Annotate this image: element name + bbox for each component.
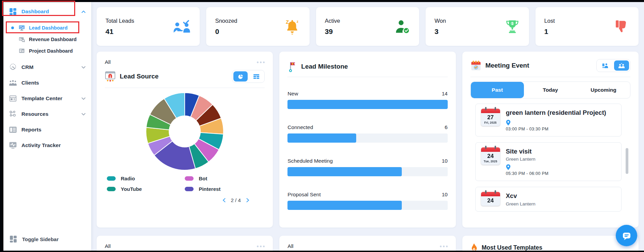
sidebar-item-project-dashboard[interactable]: Project Dashboard	[3, 45, 91, 57]
pager-prev-icon[interactable]	[222, 198, 226, 202]
legend-item-youtube[interactable]: YouTube	[107, 186, 185, 192]
milestone-label: Proposal Sent	[287, 192, 320, 198]
milestone-bars: New14Connected6Scheduled Meeting10Propos…	[287, 91, 447, 210]
milestone-value: 10	[442, 158, 447, 164]
most-used-templates-card: Most Used Templates	[462, 236, 639, 251]
reports-doc-icon	[9, 126, 17, 133]
pager-next-icon[interactable]	[246, 198, 249, 202]
event-title: Xcv	[506, 192, 616, 200]
toggle-sidebar-label: Toggle Sidebar	[22, 236, 59, 242]
event-item[interactable]: 24XcvGreen Lantern	[475, 187, 622, 212]
divider	[287, 77, 447, 77]
meeting-people-view-button[interactable]	[614, 60, 629, 71]
legend-label: YouTube	[121, 186, 142, 192]
legend-item-bot[interactable]: Bot	[185, 176, 263, 181]
location-pin-icon	[506, 120, 511, 126]
sidebar-item-label: Lead Dashboard	[29, 25, 68, 31]
toggle-sidebar-button[interactable]: Toggle Sidebar	[3, 232, 91, 246]
bottom-card-1-filter[interactable]: All	[105, 243, 111, 249]
stat-card-total-leads: Total Leads41	[97, 7, 200, 46]
sidebar-item-clients[interactable]: Clients	[3, 75, 91, 91]
milestone-bar-fill	[287, 133, 356, 143]
event-subtitle: Green Lantern	[506, 201, 616, 206]
sidebar-item-activity-tracker[interactable]: Activity Tracker	[3, 138, 91, 153]
most-used-templates-title: Most Used Templates	[482, 244, 543, 251]
legend-label: Pinterest	[199, 186, 220, 192]
lead-source-title: Lead Source	[120, 73, 159, 80]
template-window-icon	[9, 95, 17, 102]
lead-source-icon	[105, 71, 116, 82]
sidebar-item-label: Activity Tracker	[21, 142, 61, 148]
legend-swatch	[107, 176, 116, 181]
sidebar-item-resources[interactable]: Resources	[3, 106, 91, 122]
sidebar-item-label: CRM	[21, 64, 33, 70]
bottom-card-2-filter[interactable]: All	[287, 243, 293, 249]
event-date-sub: Fri, 2025	[482, 121, 499, 124]
event-day: 24	[482, 197, 499, 204]
pager-text: 2 / 4	[231, 197, 241, 203]
sidebar-item-reports[interactable]: Reports	[3, 122, 91, 138]
flame-icon	[470, 243, 478, 251]
milestone-bar-track	[287, 201, 447, 210]
calendar-date-icon: 24Tue, 2025	[481, 147, 500, 165]
stat-label: Total Leads	[105, 18, 134, 24]
legend-item-radio[interactable]: Radio	[107, 176, 185, 181]
calendar-date-icon: 24	[481, 192, 500, 206]
event-time: 03:00 PM - 03:30 PM	[506, 127, 616, 131]
bottom-card-2-menu-button[interactable]	[440, 244, 448, 249]
lead-milestone-card: Lead Milestone New14Connected6Scheduled …	[279, 52, 456, 228]
svg-text:Z: Z	[286, 19, 289, 25]
sidebar-item-dashboard[interactable]: Dashboard	[3, 4, 91, 19]
stats-row: Total Leads41Snoozed0ZzActive39Won31Lost…	[97, 7, 639, 46]
event-day: 24	[482, 152, 499, 160]
event-details: green lantern (residential Project)03:00…	[506, 109, 616, 131]
bottom-card-1-menu-button[interactable]	[257, 244, 265, 249]
milestone-row-scheduled-meeting: Scheduled Meeting10	[287, 158, 447, 176]
event-item[interactable]: 24Tue, 2025Site visitGreen Lantern05:30 …	[475, 142, 622, 181]
person-board-view-button[interactable]	[598, 60, 613, 71]
milestone-value: 14	[442, 91, 447, 97]
milestone-flag-icon	[287, 61, 297, 72]
lead-source-filter[interactable]: All	[105, 59, 111, 65]
lead-source-menu-button[interactable]	[257, 60, 265, 65]
legend-swatch	[185, 187, 194, 191]
sidebar-item-label: Resources	[21, 111, 48, 117]
donut-svg	[145, 91, 225, 172]
sidebar-item-revenue-dashboard[interactable]: Revenue Dashboard	[3, 34, 91, 45]
milestone-label: Scheduled Meeting	[287, 158, 333, 164]
stat-label: Snoozed	[215, 18, 237, 24]
tab-upcoming[interactable]: Upcoming	[577, 82, 630, 98]
milestone-bar-track	[287, 133, 447, 143]
stat-label: Active	[325, 18, 340, 24]
chevron-down-icon	[81, 97, 86, 100]
stat-card-snoozed: Snoozed0Zz	[206, 7, 309, 46]
location-pin-icon	[506, 164, 511, 170]
sidebar-item-crm[interactable]: CRM	[3, 59, 91, 75]
calendar-date-icon: 27Fri, 2025	[481, 109, 500, 126]
legend-pager: 2 / 4	[156, 197, 273, 203]
scrollbar-thumb[interactable]	[626, 148, 628, 174]
chat-fab-button[interactable]	[616, 225, 637, 246]
event-item[interactable]: 27Fri, 2025green lantern (residential Pr…	[475, 104, 622, 137]
sidebar-item-lead-dashboard[interactable]: Lead Dashboard	[3, 22, 91, 34]
divider	[105, 88, 265, 88]
event-title: Site visit	[506, 147, 616, 156]
sidebar-item-label: Project Dashboard	[29, 48, 73, 54]
active-user-check-icon	[395, 19, 410, 34]
tab-past[interactable]: Past	[471, 82, 524, 98]
pie-view-button[interactable]	[233, 71, 248, 82]
stat-info: Lost1	[544, 18, 555, 36]
clients-people-icon	[9, 79, 17, 87]
divider	[470, 77, 630, 77]
milestone-bar-fill	[287, 201, 402, 210]
event-date-sub: Tue, 2025	[482, 160, 499, 163]
sidebar-item-template-center[interactable]: Template Center	[3, 91, 91, 106]
milestone-row-new: New14	[287, 91, 447, 109]
bottom-card-1: All	[97, 236, 273, 251]
chat-icon	[622, 231, 632, 241]
tab-today[interactable]: Today	[524, 82, 577, 98]
stat-value: 1	[544, 28, 555, 36]
table-view-button[interactable]	[249, 71, 263, 82]
lead-source-card: All Lead Source RadioBotYouTubePinterest	[97, 52, 273, 228]
legend-item-pinterest[interactable]: Pinterest	[185, 186, 263, 192]
